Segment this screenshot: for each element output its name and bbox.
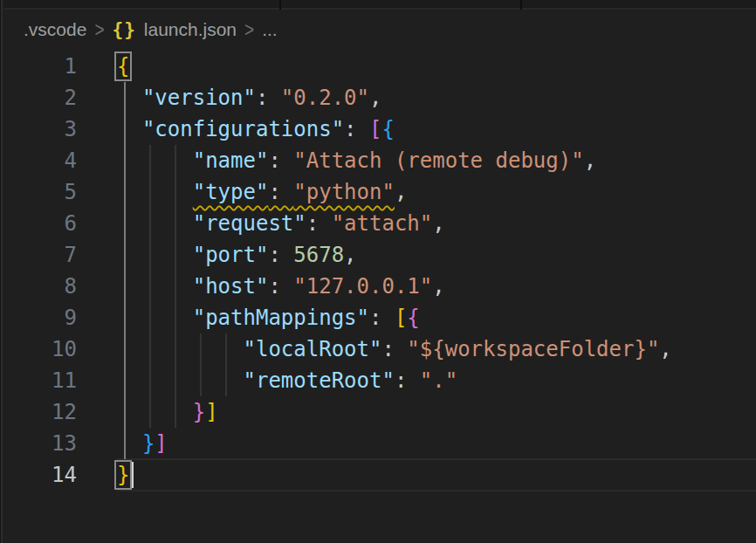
code-line[interactable]: "type": "python", — [117, 176, 756, 208]
line-number[interactable]: 1 — [4, 51, 77, 82]
code-token: , — [584, 148, 596, 173]
code-token: "attach" — [332, 211, 433, 236]
json-file-icon: {} — [112, 19, 135, 40]
code-line[interactable]: "version": "0.2.0", — [117, 82, 756, 113]
code-token: "python" — [293, 180, 395, 204]
code-token: } — [142, 431, 155, 456]
code-token: , — [432, 274, 444, 299]
code-token — [117, 274, 193, 299]
code-token — [117, 306, 193, 330]
code-token: : — [268, 148, 293, 173]
code-token: "host" — [193, 274, 269, 299]
line-number[interactable]: 6 — [4, 208, 77, 239]
code-token: ] — [155, 431, 167, 456]
code-token: "port" — [193, 243, 269, 267]
code-token: , — [659, 337, 671, 361]
indent-guide — [200, 333, 202, 396]
code-line[interactable]: "localRoot": "${workspaceFolder}", — [117, 333, 756, 365]
vscode-editor-window: .vscode > {} launch.json > ... 123456789… — [0, 0, 756, 543]
code-token: "remoteRoot" — [244, 368, 395, 393]
line-number[interactable]: 2 — [4, 82, 77, 113]
tab-separator — [520, 0, 522, 10]
code-line[interactable]: } — [117, 459, 756, 491]
line-number[interactable]: 8 — [4, 271, 77, 302]
code-token — [117, 368, 244, 393]
code-token — [117, 400, 193, 424]
gutter[interactable]: 1234567891011121314 — [4, 51, 77, 491]
code-line[interactable]: "port": 5678, — [117, 239, 756, 271]
code-token: } — [117, 463, 129, 487]
code-token: 5678 — [293, 243, 344, 267]
code-lines[interactable]: { "version": "0.2.0", "configurations": … — [117, 51, 756, 491]
breadcrumb-file[interactable]: launch.json — [144, 19, 237, 40]
line-number[interactable]: 3 — [4, 113, 77, 145]
line-number[interactable]: 11 — [4, 365, 77, 396]
code-token: , — [344, 243, 356, 267]
code-token: "configurations" — [142, 117, 344, 141]
code-token: "Attach (remote debug)" — [293, 148, 583, 173]
code-token: "localRoot" — [244, 337, 382, 361]
line-number[interactable]: 5 — [4, 176, 77, 208]
line-number[interactable]: 4 — [4, 145, 77, 176]
text-cursor — [131, 462, 134, 488]
code-token: , — [395, 180, 407, 204]
line-number[interactable]: 12 — [4, 396, 77, 428]
code-token: [ — [395, 306, 407, 330]
code-token: { — [407, 306, 419, 330]
line-number[interactable]: 7 — [4, 239, 77, 271]
code-token: [ — [369, 117, 381, 141]
code-token: { — [117, 54, 129, 79]
breadcrumb-folder[interactable]: .vscode — [24, 19, 86, 40]
line-number[interactable]: 13 — [4, 428, 77, 459]
line-number[interactable]: 10 — [4, 333, 77, 365]
code-token: ] — [205, 400, 217, 424]
code-token: } — [193, 400, 205, 424]
tab-bar-bottom-strip[interactable] — [4, 0, 756, 10]
breadcrumb: .vscode > {} launch.json > ... — [4, 11, 756, 48]
code-line[interactable]: "request": "attach", — [117, 208, 756, 239]
code-token — [117, 337, 244, 361]
code-line[interactable]: "remoteRoot": "." — [117, 365, 756, 396]
code-token: "name" — [193, 148, 269, 173]
code-token: "127.0.0.1" — [293, 274, 432, 299]
code-token: , — [369, 86, 381, 110]
code-line[interactable]: "pathMappings": [{ — [117, 302, 756, 333]
code-token — [117, 117, 142, 141]
indent-guide — [149, 145, 151, 428]
code-token — [117, 211, 193, 236]
code-token: "." — [420, 368, 457, 393]
code-line[interactable]: "name": "Attach (remote debug)", — [117, 145, 756, 176]
code-line[interactable]: "configurations": [{ — [117, 113, 756, 145]
code-token: : — [256, 86, 281, 110]
code-line[interactable]: "host": "127.0.0.1", — [117, 271, 756, 302]
code-token — [117, 243, 193, 267]
code-token: : — [268, 243, 293, 267]
code-token: : — [369, 306, 395, 330]
code-token: : — [381, 337, 407, 361]
code-token: "request" — [193, 211, 306, 236]
line-number[interactable]: 9 — [4, 302, 77, 333]
code-token: , — [432, 211, 444, 236]
indent-guide — [124, 82, 126, 459]
code-token: "${workspaceFolder}" — [407, 337, 659, 361]
code-token: : — [306, 211, 332, 236]
code-line[interactable]: { — [117, 51, 756, 82]
code-token: "0.2.0" — [281, 86, 369, 110]
code-line[interactable]: }] — [117, 396, 756, 428]
code-token — [117, 431, 142, 456]
code-area: 1234567891011121314 { "version": "0.2.0"… — [4, 48, 756, 543]
code-token: : — [268, 180, 293, 204]
tab-separator — [279, 0, 281, 10]
code-token: "version" — [142, 86, 256, 110]
code-token: : — [344, 117, 369, 141]
line-number[interactable]: 14 — [4, 459, 77, 491]
breadcrumb-symbol-ellipsis[interactable]: ... — [262, 19, 278, 40]
chevron-right-icon: > — [94, 17, 104, 42]
code-line[interactable]: }] — [117, 428, 756, 459]
code-token: : — [268, 274, 293, 299]
editor-left-border — [0, 0, 3, 543]
indent-guide — [175, 145, 176, 428]
code-token — [117, 86, 142, 110]
indent-guide — [225, 333, 227, 396]
code-token — [117, 180, 193, 204]
